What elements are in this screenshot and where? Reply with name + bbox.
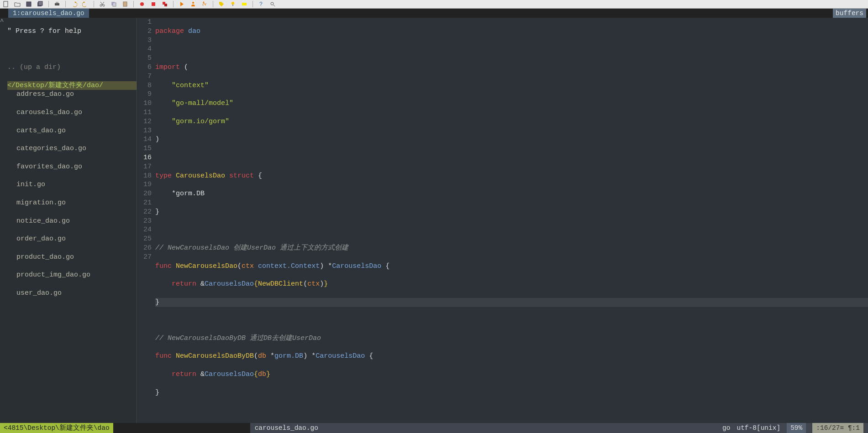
svg-point-11 <box>140 2 144 6</box>
file-item[interactable]: carousels_dao.go <box>7 108 137 117</box>
tag-icon[interactable] <box>218 1 225 7</box>
linenum: 21 <box>138 198 152 208</box>
undo-icon[interactable] <box>71 1 77 7</box>
linenum: 23 <box>138 217 152 226</box>
type: gorm.DB <box>274 352 303 360</box>
linenum: 7 <box>138 72 152 81</box>
tab-current-file[interactable]: 1:carousels_dao.go <box>8 9 89 18</box>
linenum: 13 <box>138 126 152 136</box>
paren: ) <box>320 280 324 288</box>
status-filetype: go <box>722 423 730 433</box>
type: CarouselsDao <box>176 172 225 180</box>
status-main: carousels_dao.go go utf-8[unix] 59% :16/… <box>250 423 868 433</box>
save-icon[interactable] <box>26 1 32 7</box>
svg-point-6 <box>100 5 102 6</box>
linenum: 18 <box>138 172 152 181</box>
svg-point-17 <box>231 2 234 5</box>
func: NewCarouselsDaoByDB <box>176 352 254 360</box>
brace: } <box>155 298 159 306</box>
kw: type <box>155 172 172 180</box>
kw: struct <box>229 172 254 180</box>
svg-point-16 <box>203 2 205 3</box>
brace: } <box>266 370 270 378</box>
file-item[interactable]: notice_dao.go <box>7 217 137 226</box>
paren: ( <box>184 63 188 71</box>
stopall-icon[interactable] <box>162 1 168 7</box>
play-icon[interactable] <box>179 1 185 7</box>
copy-icon[interactable] <box>110 1 117 7</box>
status-position: :16/27≡ ¶:1 <box>812 423 863 433</box>
linenum: 8 <box>138 81 152 90</box>
string: "gorm.io/gorm" <box>172 118 229 125</box>
type: context.Context <box>258 262 320 270</box>
brace: { <box>365 352 373 360</box>
param: db <box>258 352 266 360</box>
file-item[interactable]: favorites_dao.go <box>7 162 137 172</box>
linenum: 14 <box>138 135 152 144</box>
file-item[interactable]: categories_dao.go <box>7 144 137 153</box>
status-filename: carousels_dao.go <box>255 423 318 433</box>
linenum-current: 16 <box>138 153 152 162</box>
print-icon[interactable] <box>54 1 60 7</box>
saveall-icon[interactable] <box>37 1 43 7</box>
file-item[interactable]: carts_dao.go <box>7 126 137 136</box>
linenum: 22 <box>138 208 152 217</box>
redo-icon[interactable] <box>82 1 89 7</box>
lamp-icon[interactable] <box>230 1 236 7</box>
svg-rect-1 <box>26 2 31 6</box>
file-item[interactable]: migration.go <box>7 198 137 208</box>
cut-icon[interactable] <box>99 1 105 7</box>
help-icon[interactable]: ? <box>258 1 264 7</box>
up-dir[interactable]: .. (up a dir) <box>7 63 137 72</box>
file-item[interactable]: user_dao.go <box>7 289 137 298</box>
paren: ( <box>254 352 258 360</box>
file-item[interactable]: order_dao.go <box>7 235 137 244</box>
person-icon[interactable] <box>190 1 196 7</box>
kw: func <box>155 262 172 270</box>
paren: ) <box>320 262 324 270</box>
param: ctx <box>307 280 320 288</box>
svg-point-21 <box>271 2 274 5</box>
stop-icon[interactable] <box>150 1 157 7</box>
status-path: <4815\Desktop\新建文件夹\dao <box>0 423 113 433</box>
separator-icon <box>48 1 49 7</box>
current-dir[interactable]: </Desktop/新建文件夹/dao/ <box>7 81 137 90</box>
tabbar: 1:carousels_dao.go <box>0 9 868 18</box>
svg-rect-3 <box>38 1 42 5</box>
kw: return <box>172 370 196 378</box>
linenum: 27 <box>138 253 152 262</box>
linenum: 26 <box>138 244 152 253</box>
status-percent: 59% <box>787 423 806 433</box>
file-icon[interactable] <box>3 1 9 7</box>
kw: package <box>155 27 184 35</box>
code-area[interactable]: 1 2 3 4 5 6 7 8 9 10 11 12 13 14 15 16 1… <box>138 18 868 423</box>
highlight-icon[interactable] <box>241 1 247 7</box>
run-icon[interactable] <box>201 1 208 7</box>
status-encoding: utf-8[unix] <box>736 423 780 433</box>
op: * <box>266 352 274 360</box>
file-item[interactable]: init.go <box>7 180 137 189</box>
linenum: 6 <box>138 63 152 72</box>
file-item[interactable]: address_dao.go <box>7 90 137 99</box>
search-icon[interactable] <box>269 1 276 7</box>
paren: ) <box>155 136 159 143</box>
type: CarouselsDao <box>316 352 365 360</box>
toolbar: ? <box>0 0 868 9</box>
op: & <box>196 280 205 288</box>
code-body[interactable]: package dao import ( "context" "go-mall/… <box>155 18 868 423</box>
folder-icon[interactable] <box>14 1 21 7</box>
record-icon[interactable] <box>139 1 145 7</box>
kw: import <box>155 63 180 71</box>
op: * <box>324 262 332 270</box>
status-bar: <4815\Desktop\新建文件夹\dao carousels_dao.go… <box>0 423 868 433</box>
string: "go-mall/model" <box>172 99 233 107</box>
brace: { <box>258 172 262 180</box>
buffers-label[interactable]: buffers <box>833 9 866 18</box>
file-item[interactable]: product_img_dao.go <box>7 271 137 280</box>
svg-text:?: ? <box>259 1 263 7</box>
editor: buffers 1 2 3 4 5 6 7 8 9 10 11 12 13 14… <box>138 18 868 423</box>
paste-icon[interactable] <box>122 1 128 7</box>
left-gutter: ^ <box>0 18 7 423</box>
kw: func <box>155 352 172 360</box>
file-item[interactable]: product_dao.go <box>7 253 137 262</box>
